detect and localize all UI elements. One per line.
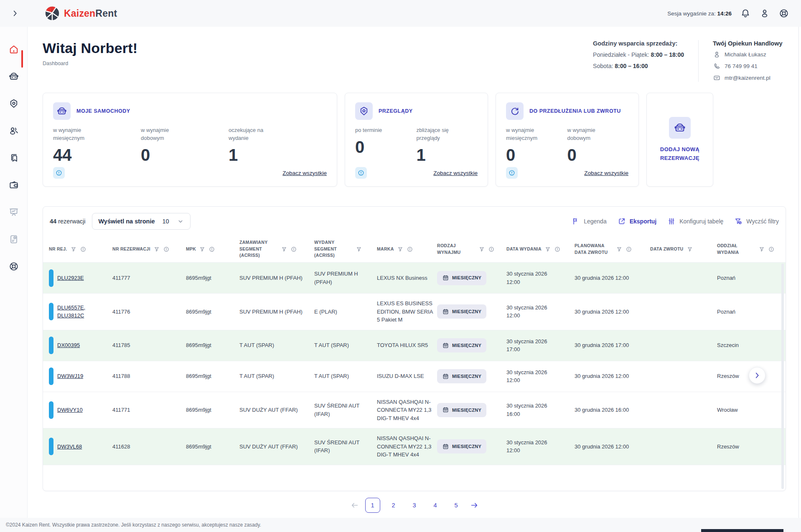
- rental-type-badge: MIESIĘCZNY: [437, 338, 486, 352]
- plate-link[interactable]: DW3WJ19: [57, 372, 83, 380]
- pagination-page-2[interactable]: 2: [386, 498, 401, 513]
- account-manager-phone[interactable]: 76 749 99 41: [713, 62, 786, 70]
- filter-icon[interactable]: [758, 246, 765, 253]
- sidebar-nav: [0, 27, 28, 518]
- arrow-left-icon: [350, 501, 359, 510]
- info-icon[interactable]: [290, 246, 297, 253]
- filter-icon[interactable]: [478, 246, 485, 253]
- issue-date: 30 stycznia 2026 12:00: [506, 362, 561, 390]
- filter-icon[interactable]: [70, 246, 77, 253]
- info-icon[interactable]: [407, 246, 413, 253]
- sidebar-item-bookings[interactable]: [5, 149, 22, 166]
- chevron-right-icon: [10, 9, 20, 18]
- plate-link[interactable]: DW3VL68: [57, 443, 82, 451]
- info-icon[interactable]: [626, 246, 632, 253]
- pagination-page-4[interactable]: 4: [428, 498, 443, 513]
- plate-link[interactable]: DLU2923E: [57, 274, 84, 282]
- sidebar-item-finance[interactable]: [5, 177, 22, 193]
- car-icon: [53, 102, 71, 120]
- account-manager-email[interactable]: mtr@kaizenrent.pl: [713, 74, 786, 82]
- page-size-select[interactable]: Wyświetl na stronie 10: [92, 213, 190, 230]
- export-button[interactable]: Eksportuj: [618, 217, 657, 225]
- info-icon[interactable]: [53, 167, 65, 179]
- filter-icon[interactable]: [199, 246, 206, 253]
- pagination-page-5[interactable]: 5: [449, 498, 464, 513]
- table-scroll-right-button[interactable]: [749, 367, 765, 384]
- copyright-text: ©2024 Kaizen Rent. Wszystkie prawa zastr…: [6, 522, 261, 528]
- sidebar-item-users[interactable]: [5, 122, 22, 139]
- plate-link[interactable]: DLU6557E,: [57, 304, 85, 312]
- mpk-value: 8695m9jgt: [186, 302, 239, 322]
- info-icon[interactable]: [506, 167, 518, 179]
- table-row[interactable]: DLU6557E,DLU3812C 411776 8695m9jgt SUV P…: [43, 294, 786, 330]
- breadcrumb: Dashboard: [43, 61, 137, 66]
- filter-icon[interactable]: [397, 246, 404, 253]
- see-all-link[interactable]: Zobacz wszystkie: [584, 170, 628, 176]
- info-icon[interactable]: [209, 246, 215, 253]
- pagination-page-3[interactable]: 3: [407, 498, 422, 513]
- user-profile-icon[interactable]: [759, 8, 770, 19]
- brand-name: KaizenRent: [64, 8, 117, 19]
- info-icon[interactable]: [80, 246, 86, 253]
- info-icon[interactable]: [355, 167, 367, 179]
- help-icon[interactable]: [778, 8, 789, 19]
- info-icon[interactable]: [554, 246, 561, 253]
- table-row[interactable]: DW6VY10 411771 8695m9jgt SUV DUŻY AUT (F…: [43, 392, 786, 429]
- sidebar-item-support[interactable]: [5, 258, 22, 275]
- table-vertical-scrollbar[interactable]: [781, 263, 784, 489]
- brand-logo[interactable]: KaizenRent: [44, 5, 117, 21]
- table-row[interactable]: DLU2923E 411777 8695m9jgt SUV PREMIUM H …: [43, 263, 786, 294]
- mpk-value: 8695m9jgt: [186, 437, 239, 457]
- filter-icon[interactable]: [687, 246, 693, 253]
- filter-icon[interactable]: [281, 246, 287, 253]
- filter-icon[interactable]: [616, 246, 623, 253]
- table-row[interactable]: DW3WJ19 411788 8695m9jgt T AUT (SPAR) T …: [43, 361, 786, 392]
- column-header: DATA WYDANIA: [506, 246, 575, 253]
- plate-link[interactable]: DLU3812C: [57, 312, 85, 320]
- table-row[interactable]: DX00395 411785 8695m9jgt T AUT (SPAR) T …: [43, 330, 786, 361]
- sidebar-collapse-button[interactable]: [9, 8, 21, 19]
- card-renewal-return: DO PRZEDŁUŻENIA LUB ZWROTU w wynajmie mi…: [496, 93, 639, 187]
- reservation-number: 411776: [112, 302, 186, 322]
- card-title: DO PRZEDŁUŻENIA LUB ZWROTU: [529, 108, 621, 114]
- ordered-segment: T AUT (SPAR): [239, 335, 314, 355]
- info-icon[interactable]: [488, 246, 495, 253]
- card-inspections: PRZEGLĄDY po terminie 0 zbliżające się p…: [345, 93, 488, 187]
- filter-icon[interactable]: [544, 246, 551, 253]
- column-header: MARKA: [377, 246, 437, 253]
- stat-upcoming: zbliżające się przeglądy 1: [417, 127, 478, 165]
- legend-button[interactable]: Legenda: [572, 217, 607, 225]
- document-history-icon: [8, 234, 19, 245]
- clear-filters-button[interactable]: Wyczść filtry: [734, 217, 779, 225]
- sidebar-item-cars[interactable]: [5, 68, 22, 85]
- filter-icon[interactable]: [356, 246, 362, 253]
- plate-link[interactable]: DX00395: [57, 341, 80, 350]
- see-all-link[interactable]: Zobacz wszystkie: [433, 170, 478, 176]
- sidebar-item-reports[interactable]: [5, 204, 22, 220]
- stat-monthly-rental: w wynajmie miesięcznym 44: [53, 127, 141, 165]
- add-reservation-button[interactable]: DODAJ NOWĄ REZERWACJĘ: [646, 93, 713, 187]
- sidebar-item-dashboard[interactable]: [5, 41, 22, 58]
- see-all-link[interactable]: Zobacz wszystkie: [282, 170, 327, 176]
- notifications-bell-icon[interactable]: [740, 8, 751, 19]
- sidebar-item-documents[interactable]: [5, 231, 22, 248]
- pagination-page-1[interactable]: 1: [365, 498, 380, 513]
- sidebar-item-inspections[interactable]: [5, 95, 22, 112]
- pagination-prev-button[interactable]: [350, 501, 359, 510]
- plate-link[interactable]: DW6VY10: [57, 406, 83, 414]
- page-title: Witaj Norbert!: [43, 40, 137, 56]
- plate-links: DW3VL68: [57, 443, 82, 451]
- filter-icon[interactable]: [153, 246, 160, 253]
- card-my-cars: MOJE SAMOCHODY w wynajmie miesięcznym 44…: [43, 93, 337, 187]
- stat-daily-rental: w wynajmie dobowym 0: [567, 127, 629, 165]
- inspection-badge-icon: [8, 98, 19, 109]
- info-icon[interactable]: [163, 246, 170, 253]
- configure-table-button[interactable]: Konfiguruj tabelę: [667, 217, 723, 225]
- status-pill: [49, 269, 53, 287]
- pagination-next-button[interactable]: [470, 501, 479, 510]
- info-icon[interactable]: [768, 246, 775, 253]
- ordered-segment: SUV PREMIUM H (PFAH): [239, 302, 314, 322]
- planned-return-date: 30 grudnia 2026 12:00: [575, 437, 650, 457]
- table-row[interactable]: DW3VL68 411628 8695m9jgt SUV DUŻY AUT (F…: [43, 428, 786, 465]
- column-header: MPK: [186, 246, 239, 253]
